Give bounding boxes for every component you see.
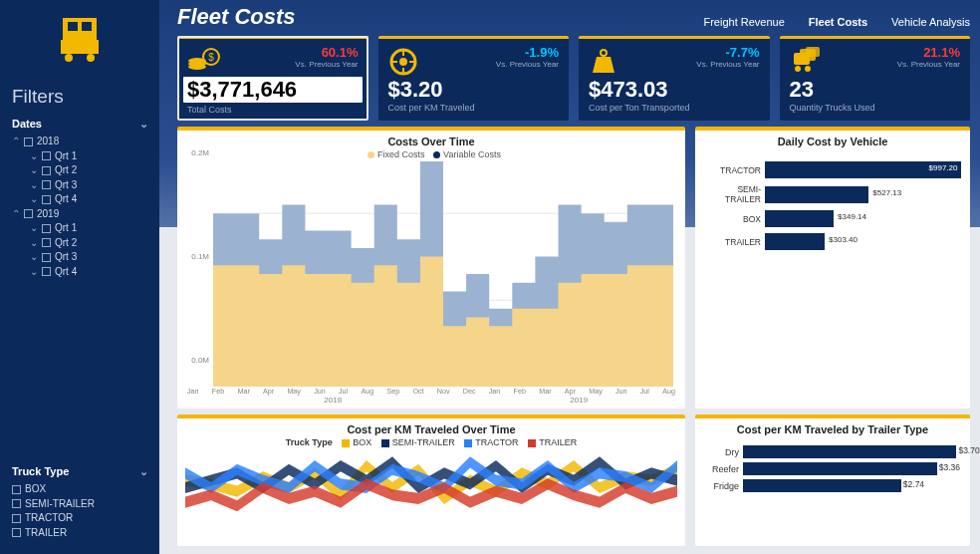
sidebar: Filters Dates⌄ ⌃2018⌄Qrt 1⌄Qrt 2⌄Qrt 3⌄Q… — [0, 0, 159, 554]
kpi-pct: 21.1%Vs. Previous Year — [897, 45, 960, 69]
svg-rect-2 — [82, 22, 92, 31]
bar-row: Reefer $3.36 — [703, 462, 962, 475]
bar-row: Fridge $2.74 — [703, 479, 962, 492]
svg-point-12 — [399, 58, 407, 66]
chevron-down-icon[interactable]: ⌄ — [139, 465, 147, 478]
filter-quarter[interactable]: ⌄Qrt 4 — [12, 192, 147, 207]
weight-icon — [589, 47, 618, 81]
svg-rect-3 — [61, 40, 99, 54]
filter-quarter[interactable]: ⌄Qrt 2 — [12, 163, 147, 178]
panel-daily-cost-by-vehicle: Daily Cost by Vehicle TRACTOR $997.20 SE… — [695, 127, 970, 409]
chevron-down-icon[interactable]: ⌄ — [139, 118, 147, 131]
bar-row: Dry $3.70 — [703, 445, 962, 458]
svg-text:$: $ — [208, 52, 214, 63]
filter-dates: Dates⌄ ⌃2018⌄Qrt 1⌄Qrt 2⌄Qrt 3⌄Qrt 4⌃201… — [0, 114, 159, 287]
kpi-label: Quantity Trucks Used — [790, 103, 961, 113]
nav-tabs: Freight RevenueFleet CostsVehicle Analys… — [703, 16, 970, 30]
filter-quarter[interactable]: ⌄Qrt 1 — [12, 221, 147, 236]
kpi-card[interactable]: -1.9%Vs. Previous Year $3.20 Cost per KM… — [378, 36, 570, 121]
svg-point-4 — [65, 54, 73, 62]
svg-point-10 — [188, 58, 206, 64]
kpi-label: Cost per Ton Transported — [589, 103, 760, 113]
panel-costs-over-time: Costs Over Time Fixed Costs Variable Cos… — [177, 127, 685, 409]
bar-row: BOX $349.14 — [703, 210, 962, 227]
kpi-pct: -1.9%Vs. Previous Year — [496, 45, 559, 69]
nav-tab[interactable]: Fleet Costs — [809, 16, 867, 28]
kpi-label: Total Costs — [187, 105, 359, 115]
filter-truck-option[interactable]: BOX — [12, 482, 147, 497]
filter-truck-type: Truck Type⌄ BOXSEMI-TRAILERTRACTORTRAILE… — [0, 461, 159, 548]
wheel-icon — [388, 47, 418, 81]
bar-row: TRAILER $303.40 — [703, 233, 962, 250]
filter-truck-option[interactable]: TRAILER — [12, 526, 147, 541]
kpi-pct: -7.7%Vs. Previous Year — [696, 45, 759, 69]
filter-quarter[interactable]: ⌄Qrt 2 — [12, 236, 147, 251]
svg-point-21 — [795, 66, 801, 72]
truck-icon — [53, 12, 107, 66]
filter-year[interactable]: ⌃2018 — [12, 135, 147, 149]
svg-point-5 — [87, 54, 95, 62]
filter-year[interactable]: ⌃2019 — [12, 207, 147, 222]
nav-tab[interactable]: Freight Revenue — [703, 16, 784, 28]
kpi-pct: 60.1%Vs. Previous Year — [295, 45, 358, 69]
kpi-card[interactable]: 21.1%Vs. Previous Year 23 Quantity Truck… — [780, 36, 971, 121]
filter-quarter[interactable]: ⌄Qrt 3 — [12, 250, 147, 265]
app-logo — [0, 12, 159, 66]
svg-rect-1 — [68, 22, 78, 31]
filter-truck-option[interactable]: SEMI-TRAILER — [12, 497, 147, 512]
kpi-value: $3,771,646 — [183, 77, 363, 103]
kpi-value: 23 — [790, 77, 961, 103]
kpi-label: Cost per KM Traveled — [388, 103, 560, 113]
filter-truck-option[interactable]: TRACTOR — [12, 511, 147, 526]
trucks-icon — [790, 47, 826, 79]
filters-heading: Filters — [0, 80, 159, 114]
kpi-card[interactable]: $ 60.1%Vs. Previous Year $3,771,646 Tota… — [177, 36, 368, 121]
cot-legend: Fixed Costs Variable Costs — [185, 149, 677, 159]
page-title: Fleet Costs — [177, 4, 296, 30]
svg-point-17 — [601, 50, 607, 56]
panel-cost-per-km-over-time: Cost per KM Traveled Over Time Truck Typ… — [177, 415, 685, 546]
kpi-card[interactable]: -7.7%Vs. Previous Year $473.03 Cost per … — [579, 36, 770, 121]
nav-tab[interactable]: Vehicle Analysis — [891, 16, 970, 28]
coins-icon: $ — [187, 47, 221, 79]
svg-rect-20 — [806, 47, 820, 57]
panel-cost-per-km-by-trailer: Cost per KM Traveled by Trailer Type Dry… — [695, 415, 970, 546]
svg-point-22 — [805, 66, 811, 72]
bar-row: SEMI-TRAILER $527.13 — [703, 184, 962, 204]
filter-quarter[interactable]: ⌄Qrt 3 — [12, 178, 147, 193]
filter-quarter[interactable]: ⌄Qrt 1 — [12, 149, 147, 164]
filter-quarter[interactable]: ⌄Qrt 4 — [12, 265, 147, 280]
ckot-legend: Truck Type BOX SEMI-TRAILER TRACTOR TRAI… — [185, 437, 677, 447]
bar-row: TRACTOR $997.20 — [703, 161, 962, 178]
kpi-row: $ 60.1%Vs. Previous Year $3,771,646 Tota… — [177, 36, 970, 121]
